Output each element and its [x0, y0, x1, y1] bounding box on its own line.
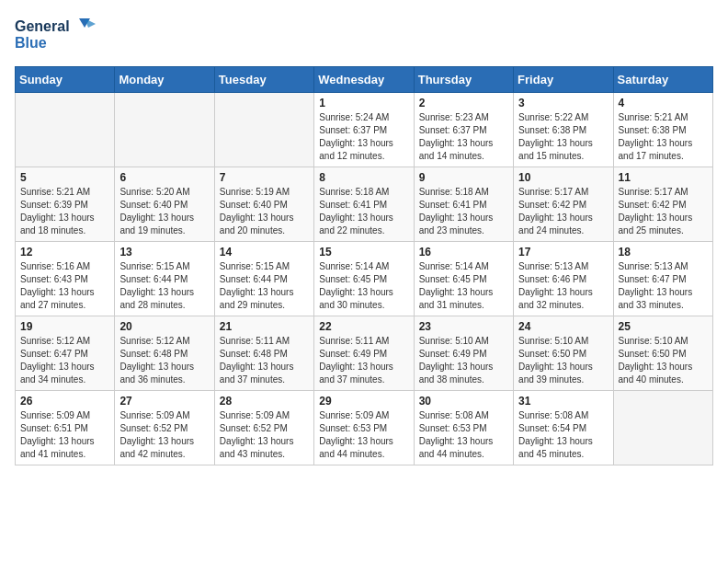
calendar-empty	[115, 93, 214, 167]
day-number: 31	[518, 395, 608, 408]
day-number: 26	[20, 395, 109, 408]
day-number: 8	[319, 171, 408, 184]
day-info: Sunrise: 5:09 AM Sunset: 6:53 PM Dayligh…	[319, 409, 408, 461]
calendar-day-5: 5Sunrise: 5:21 AM Sunset: 6:39 PM Daylig…	[16, 167, 115, 242]
header-tuesday: Tuesday	[214, 67, 313, 93]
day-info: Sunrise: 5:15 AM Sunset: 6:44 PM Dayligh…	[119, 260, 209, 312]
calendar-empty	[214, 93, 313, 167]
calendar-week-row: 5Sunrise: 5:21 AM Sunset: 6:39 PM Daylig…	[16, 167, 713, 242]
calendar-day-17: 17Sunrise: 5:13 AM Sunset: 6:46 PM Dayli…	[514, 242, 613, 316]
calendar-day-25: 25Sunrise: 5:10 AM Sunset: 6:50 PM Dayli…	[613, 316, 712, 391]
day-info: Sunrise: 5:11 AM Sunset: 6:48 PM Dayligh…	[220, 335, 309, 386]
calendar-day-7: 7Sunrise: 5:19 AM Sunset: 6:40 PM Daylig…	[214, 167, 313, 242]
day-info: Sunrise: 5:15 AM Sunset: 6:44 PM Dayligh…	[220, 260, 309, 312]
day-number: 28	[220, 395, 309, 408]
calendar-empty	[16, 93, 115, 167]
day-info: Sunrise: 5:17 AM Sunset: 6:42 PM Dayligh…	[518, 186, 608, 237]
day-number: 27	[119, 395, 209, 408]
header-sunday: Sunday	[16, 67, 115, 93]
header-thursday: Thursday	[414, 67, 513, 93]
day-number: 1	[319, 97, 408, 109]
calendar-day-30: 30Sunrise: 5:08 AM Sunset: 6:53 PM Dayli…	[414, 391, 513, 465]
calendar-day-28: 28Sunrise: 5:09 AM Sunset: 6:52 PM Dayli…	[214, 391, 313, 465]
header-wednesday: Wednesday	[314, 67, 414, 93]
calendar-day-27: 27Sunrise: 5:09 AM Sunset: 6:52 PM Dayli…	[115, 391, 214, 465]
day-info: Sunrise: 5:21 AM Sunset: 6:38 PM Dayligh…	[619, 111, 708, 163]
calendar-day-1: 1Sunrise: 5:24 AM Sunset: 6:37 PM Daylig…	[314, 93, 414, 167]
day-info: Sunrise: 5:14 AM Sunset: 6:45 PM Dayligh…	[419, 260, 508, 312]
day-number: 15	[319, 246, 408, 259]
day-info: Sunrise: 5:22 AM Sunset: 6:38 PM Dayligh…	[518, 111, 608, 163]
day-number: 17	[518, 246, 608, 259]
logo-svg: GeneralBlue	[15, 15, 97, 55]
calendar-table: SundayMondayTuesdayWednesdayThursdayFrid…	[15, 66, 713, 465]
day-info: Sunrise: 5:21 AM Sunset: 6:39 PM Dayligh…	[20, 186, 109, 237]
day-info: Sunrise: 5:17 AM Sunset: 6:42 PM Dayligh…	[619, 186, 708, 237]
day-info: Sunrise: 5:14 AM Sunset: 6:45 PM Dayligh…	[319, 260, 408, 312]
calendar-day-26: 26Sunrise: 5:09 AM Sunset: 6:51 PM Dayli…	[16, 391, 115, 465]
calendar-day-15: 15Sunrise: 5:14 AM Sunset: 6:45 PM Dayli…	[314, 242, 414, 316]
svg-text:General: General	[15, 18, 70, 34]
calendar-day-16: 16Sunrise: 5:14 AM Sunset: 6:45 PM Dayli…	[414, 242, 513, 316]
day-info: Sunrise: 5:13 AM Sunset: 6:47 PM Dayligh…	[619, 260, 708, 312]
header-friday: Friday	[514, 67, 613, 93]
day-number: 3	[518, 97, 608, 109]
day-number: 29	[319, 395, 408, 408]
calendar-empty	[613, 391, 712, 465]
day-number: 10	[518, 171, 608, 184]
day-number: 4	[619, 97, 708, 109]
day-info: Sunrise: 5:13 AM Sunset: 6:46 PM Dayligh…	[518, 260, 608, 312]
day-info: Sunrise: 5:09 AM Sunset: 6:52 PM Dayligh…	[220, 409, 309, 461]
day-info: Sunrise: 5:18 AM Sunset: 6:41 PM Dayligh…	[319, 186, 408, 237]
svg-text:Blue: Blue	[15, 35, 47, 51]
calendar-day-6: 6Sunrise: 5:20 AM Sunset: 6:40 PM Daylig…	[115, 167, 214, 242]
calendar-header-row: SundayMondayTuesdayWednesdayThursdayFrid…	[16, 67, 713, 93]
page-header: GeneralBlue	[15, 15, 713, 55]
day-number: 16	[419, 246, 508, 259]
calendar-day-13: 13Sunrise: 5:15 AM Sunset: 6:44 PM Dayli…	[115, 242, 214, 316]
calendar-day-3: 3Sunrise: 5:22 AM Sunset: 6:38 PM Daylig…	[514, 93, 613, 167]
calendar-day-22: 22Sunrise: 5:11 AM Sunset: 6:49 PM Dayli…	[314, 316, 414, 391]
day-info: Sunrise: 5:10 AM Sunset: 6:49 PM Dayligh…	[419, 335, 508, 386]
day-info: Sunrise: 5:20 AM Sunset: 6:40 PM Dayligh…	[119, 186, 209, 237]
day-number: 19	[20, 320, 109, 333]
calendar-day-9: 9Sunrise: 5:18 AM Sunset: 6:41 PM Daylig…	[414, 167, 513, 242]
calendar-day-2: 2Sunrise: 5:23 AM Sunset: 6:37 PM Daylig…	[414, 93, 513, 167]
calendar-day-12: 12Sunrise: 5:16 AM Sunset: 6:43 PM Dayli…	[16, 242, 115, 316]
day-number: 2	[419, 97, 508, 109]
header-monday: Monday	[115, 67, 214, 93]
day-number: 13	[119, 246, 209, 259]
day-info: Sunrise: 5:09 AM Sunset: 6:51 PM Dayligh…	[20, 409, 109, 461]
day-number: 18	[619, 246, 708, 259]
calendar-day-4: 4Sunrise: 5:21 AM Sunset: 6:38 PM Daylig…	[613, 93, 712, 167]
day-info: Sunrise: 5:08 AM Sunset: 6:54 PM Dayligh…	[518, 409, 608, 461]
day-number: 24	[518, 320, 608, 333]
day-info: Sunrise: 5:09 AM Sunset: 6:52 PM Dayligh…	[119, 409, 209, 461]
day-info: Sunrise: 5:08 AM Sunset: 6:53 PM Dayligh…	[419, 409, 508, 461]
day-number: 11	[619, 171, 708, 184]
calendar-week-row: 1Sunrise: 5:24 AM Sunset: 6:37 PM Daylig…	[16, 93, 713, 167]
day-number: 25	[619, 320, 708, 333]
calendar-day-11: 11Sunrise: 5:17 AM Sunset: 6:42 PM Dayli…	[613, 167, 712, 242]
day-number: 6	[119, 171, 209, 184]
calendar-day-10: 10Sunrise: 5:17 AM Sunset: 6:42 PM Dayli…	[514, 167, 613, 242]
calendar-day-8: 8Sunrise: 5:18 AM Sunset: 6:41 PM Daylig…	[314, 167, 414, 242]
day-info: Sunrise: 5:10 AM Sunset: 6:50 PM Dayligh…	[619, 335, 708, 386]
calendar-day-31: 31Sunrise: 5:08 AM Sunset: 6:54 PM Dayli…	[514, 391, 613, 465]
calendar-week-row: 12Sunrise: 5:16 AM Sunset: 6:43 PM Dayli…	[16, 242, 713, 316]
day-number: 21	[220, 320, 309, 333]
day-number: 22	[319, 320, 408, 333]
calendar-day-20: 20Sunrise: 5:12 AM Sunset: 6:48 PM Dayli…	[115, 316, 214, 391]
calendar-day-23: 23Sunrise: 5:10 AM Sunset: 6:49 PM Dayli…	[414, 316, 513, 391]
day-number: 5	[20, 171, 109, 184]
day-info: Sunrise: 5:12 AM Sunset: 6:47 PM Dayligh…	[20, 335, 109, 386]
day-number: 23	[419, 320, 508, 333]
day-info: Sunrise: 5:11 AM Sunset: 6:49 PM Dayligh…	[319, 335, 408, 386]
calendar-day-21: 21Sunrise: 5:11 AM Sunset: 6:48 PM Dayli…	[214, 316, 313, 391]
day-info: Sunrise: 5:18 AM Sunset: 6:41 PM Dayligh…	[419, 186, 508, 237]
calendar-day-29: 29Sunrise: 5:09 AM Sunset: 6:53 PM Dayli…	[314, 391, 414, 465]
day-info: Sunrise: 5:16 AM Sunset: 6:43 PM Dayligh…	[20, 260, 109, 312]
logo: GeneralBlue	[15, 15, 97, 55]
day-info: Sunrise: 5:12 AM Sunset: 6:48 PM Dayligh…	[119, 335, 209, 386]
day-number: 30	[419, 395, 508, 408]
